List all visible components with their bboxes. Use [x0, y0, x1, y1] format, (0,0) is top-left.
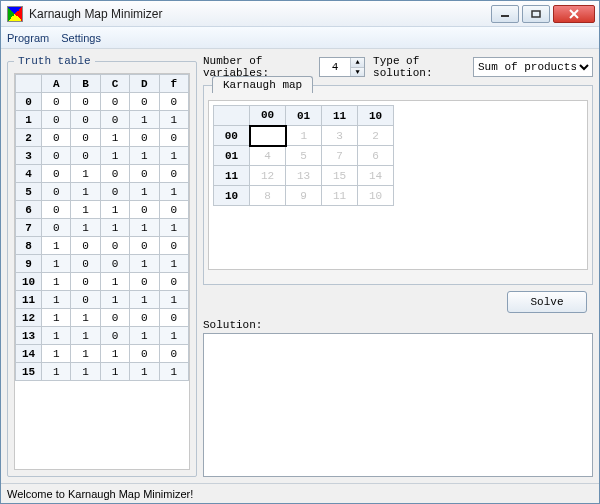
truth-cell[interactable]: 1: [71, 183, 100, 201]
truth-cell[interactable]: 0: [71, 111, 100, 129]
kmap-cell[interactable]: 9: [286, 186, 322, 206]
truth-cell[interactable]: 1: [71, 327, 100, 345]
truth-cell[interactable]: 0: [100, 183, 129, 201]
truth-cell[interactable]: 1: [159, 183, 188, 201]
truth-cell[interactable]: 1: [159, 363, 188, 381]
truth-cell[interactable]: 1: [42, 273, 71, 291]
minimize-button[interactable]: [491, 5, 519, 23]
table-row[interactable]: 1511111: [16, 363, 189, 381]
truth-cell[interactable]: 0: [130, 237, 159, 255]
truth-cell[interactable]: 1: [159, 219, 188, 237]
table-row[interactable]: 1211000: [16, 309, 189, 327]
kmap-cell[interactable]: 12: [250, 166, 286, 186]
table-row[interactable]: 810000: [16, 237, 189, 255]
maximize-button[interactable]: [522, 5, 550, 23]
truth-cell[interactable]: 1: [42, 327, 71, 345]
truth-cell[interactable]: 0: [71, 273, 100, 291]
truth-cell[interactable]: 0: [42, 183, 71, 201]
close-button[interactable]: [553, 5, 595, 23]
soltype-select[interactable]: Sum of products: [473, 57, 593, 77]
table-row[interactable]: 1110111: [16, 291, 189, 309]
spinner-up[interactable]: ▲: [351, 58, 364, 68]
truth-cell[interactable]: 1: [42, 345, 71, 363]
truth-cell[interactable]: 1: [71, 309, 100, 327]
truth-cell[interactable]: 0: [130, 129, 159, 147]
truth-cell[interactable]: 1: [100, 291, 129, 309]
truth-cell[interactable]: 1: [71, 363, 100, 381]
truth-cell[interactable]: 0: [130, 309, 159, 327]
kmap-cell[interactable]: 6: [358, 146, 394, 166]
truth-cell[interactable]: 0: [100, 111, 129, 129]
truth-cell[interactable]: 0: [42, 165, 71, 183]
solution-textarea[interactable]: [203, 333, 593, 477]
kmap-cell[interactable]: 3: [322, 126, 358, 146]
table-row[interactable]: 501011: [16, 183, 189, 201]
truth-cell[interactable]: 1: [42, 291, 71, 309]
kmap-tab[interactable]: Karnaugh map: [212, 76, 313, 93]
kmap-cell[interactable]: 14: [358, 166, 394, 186]
kmap-cell[interactable]: 1: [286, 126, 322, 146]
truth-cell[interactable]: 1: [130, 327, 159, 345]
truth-cell[interactable]: 0: [42, 147, 71, 165]
truth-cell[interactable]: 0: [130, 273, 159, 291]
kmap-cell[interactable]: 4: [250, 146, 286, 166]
truth-cell[interactable]: 0: [42, 219, 71, 237]
truth-cell[interactable]: 1: [71, 345, 100, 363]
truth-cell[interactable]: 0: [100, 255, 129, 273]
truth-cell[interactable]: 1: [159, 255, 188, 273]
truth-cell[interactable]: 1: [130, 219, 159, 237]
truth-cell[interactable]: 0: [42, 201, 71, 219]
truth-cell[interactable]: 0: [100, 237, 129, 255]
kmap-area[interactable]: 0001111000132014576111213151410891110: [208, 100, 588, 270]
menu-program[interactable]: Program: [7, 32, 49, 44]
numvars-spinner[interactable]: ▲ ▼: [319, 57, 365, 77]
truth-cell[interactable]: 1: [71, 201, 100, 219]
truth-cell[interactable]: 1: [100, 147, 129, 165]
kmap-cell[interactable]: 15: [322, 166, 358, 186]
truth-cell[interactable]: 1: [130, 363, 159, 381]
truth-cell[interactable]: 1: [159, 147, 188, 165]
table-row[interactable]: 200100: [16, 129, 189, 147]
truth-cell[interactable]: 0: [159, 273, 188, 291]
truth-cell[interactable]: 0: [159, 345, 188, 363]
solve-button[interactable]: Solve: [507, 291, 587, 313]
truth-cell[interactable]: 1: [71, 219, 100, 237]
truth-cell[interactable]: 0: [130, 165, 159, 183]
truth-cell[interactable]: 0: [159, 309, 188, 327]
kmap-cell[interactable]: 8: [250, 186, 286, 206]
truth-cell[interactable]: 0: [130, 201, 159, 219]
truth-cell[interactable]: 0: [159, 93, 188, 111]
truth-cell[interactable]: 0: [42, 93, 71, 111]
kmap-cell[interactable]: 7: [322, 146, 358, 166]
truth-cell[interactable]: 0: [130, 93, 159, 111]
truth-cell[interactable]: 1: [159, 111, 188, 129]
kmap-cell[interactable]: 13: [286, 166, 322, 186]
truth-cell[interactable]: 1: [42, 309, 71, 327]
kmap-cell[interactable]: 11: [322, 186, 358, 206]
table-row[interactable]: 1411100: [16, 345, 189, 363]
truth-cell[interactable]: 0: [100, 309, 129, 327]
menu-settings[interactable]: Settings: [61, 32, 101, 44]
truth-cell[interactable]: 1: [100, 219, 129, 237]
table-row[interactable]: 1010100: [16, 273, 189, 291]
truth-cell[interactable]: 0: [71, 291, 100, 309]
truth-cell[interactable]: 1: [159, 291, 188, 309]
table-row[interactable]: 000000: [16, 93, 189, 111]
truth-cell[interactable]: 1: [100, 273, 129, 291]
truth-cell[interactable]: 1: [100, 129, 129, 147]
table-row[interactable]: 1311011: [16, 327, 189, 345]
truth-cell[interactable]: 1: [100, 201, 129, 219]
truth-cell[interactable]: 0: [159, 129, 188, 147]
truth-cell[interactable]: 1: [130, 255, 159, 273]
kmap-cell[interactable]: 2: [358, 126, 394, 146]
truth-table-container[interactable]: ABCDf00000010001120010030011140100050101…: [14, 73, 190, 470]
truth-cell[interactable]: 0: [71, 147, 100, 165]
numvars-input[interactable]: [320, 58, 350, 76]
truth-cell[interactable]: 1: [100, 363, 129, 381]
table-row[interactable]: 100011: [16, 111, 189, 129]
kmap-cell[interactable]: 10: [358, 186, 394, 206]
truth-cell[interactable]: 1: [42, 255, 71, 273]
truth-cell[interactable]: 0: [71, 237, 100, 255]
kmap-cell[interactable]: 5: [286, 146, 322, 166]
truth-cell[interactable]: 0: [42, 111, 71, 129]
